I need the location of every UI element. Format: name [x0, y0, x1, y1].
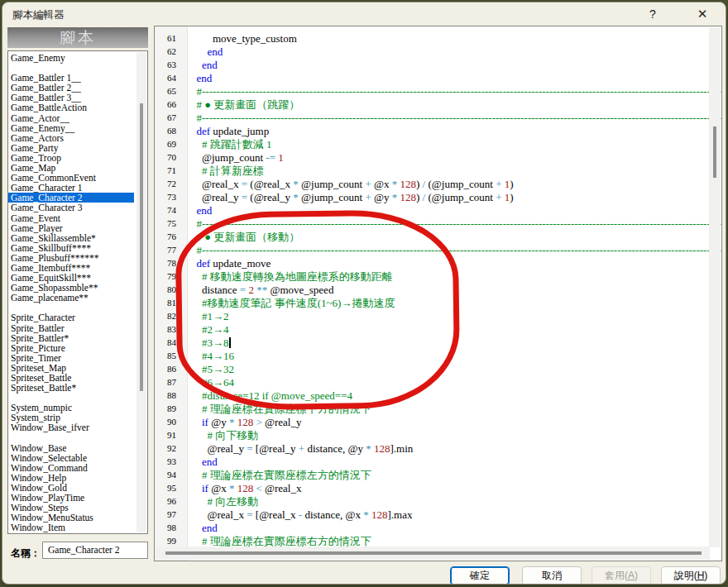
code-line[interactable]: 92 @real_y = [@real_y + distance, @y * 1… — [155, 441, 721, 455]
code-line[interactable]: 83 #2→4 — [155, 322, 721, 336]
code-line[interactable]: 96 # 向左移動 — [155, 494, 721, 508]
list-item[interactable]: Window_MenuStatus — [8, 513, 147, 523]
code-line[interactable]: 84 #3→8 — [155, 336, 721, 349]
list-item[interactable]: Game_Battler 2__ — [8, 83, 147, 93]
list-item[interactable]: Game_placename** — [8, 293, 147, 303]
list-item[interactable]: Game_Event — [8, 213, 147, 223]
code-line[interactable]: 98 end — [155, 521, 721, 534]
list-item[interactable]: Spriteset_Battle — [8, 373, 147, 383]
code-line[interactable]: 72 @real_x = (@real_x * @jump_count + @x… — [155, 177, 721, 190]
list-item[interactable]: Window_Base — [8, 443, 147, 453]
list-item[interactable]: Window_Help — [8, 473, 147, 483]
list-scrollbar[interactable] — [136, 52, 146, 532]
list-item[interactable]: Game_Actors — [8, 133, 147, 143]
code-line[interactable]: 78 def update_move — [155, 256, 721, 270]
vertical-scrollbar-thumb[interactable] — [713, 126, 716, 178]
list-item[interactable]: Game_Actor__ — [8, 113, 147, 123]
list-item[interactable]: Window_Gold — [8, 483, 147, 493]
list-item[interactable]: Game_Party — [8, 143, 147, 153]
list-item[interactable]: Window_PlayTime — [8, 493, 147, 503]
code-line[interactable]: 82 #1→2 — [155, 309, 721, 322]
list-item[interactable]: Game_Battler 1__ — [8, 73, 147, 83]
script-list[interactable]: Game_Enemy Game_Battler 1__Game_Battler … — [7, 50, 148, 534]
help-icon[interactable]: ? — [636, 2, 669, 26]
list-item[interactable]: System_strip — [8, 413, 147, 422]
list-scrollbar-thumb[interactable] — [140, 103, 143, 391]
code-line[interactable]: 93 end — [155, 455, 721, 468]
code-line[interactable]: 74 end — [155, 203, 721, 217]
list-item[interactable]: Sprite_Character — [8, 313, 147, 322]
cancel-button[interactable]: 取消 — [522, 566, 582, 585]
code-line[interactable]: 65 #------------------------------------… — [155, 84, 721, 98]
list-item[interactable]: Game_Shopassmble** — [8, 283, 147, 293]
list-item[interactable] — [8, 303, 147, 313]
help-button[interactable]: 說明(H) — [661, 566, 721, 585]
code-line[interactable]: 66 # ● 更新畫面（跳躍） — [155, 98, 721, 111]
code-line[interactable]: 99 # 理論座標在實際座標右方的情況下 — [155, 534, 721, 547]
code-line[interactable]: 87 #6→64 — [155, 375, 721, 389]
code-line[interactable]: 73 @real_y = (@real_y * @jump_count + @y… — [155, 190, 721, 203]
list-item[interactable]: Sprite_Battler — [8, 323, 147, 333]
code-line[interactable]: 81 #移動速度筆記 事件速度(1~6)→捲動速度 — [155, 296, 721, 309]
name-input[interactable]: Game_Character 2 — [42, 542, 148, 559]
list-item[interactable]: Game_Character 2 — [8, 193, 134, 203]
code-line[interactable]: 61 move_type_custom — [155, 31, 721, 45]
code-line[interactable]: 91 # 向下移動 — [155, 428, 721, 441]
list-item[interactable]: System_numpic — [8, 403, 147, 413]
list-item[interactable]: Window_Steps — [8, 503, 147, 513]
list-item[interactable]: Game_Skillbuff**** — [8, 243, 147, 253]
list-item[interactable]: Game_Battler 3__ — [8, 93, 147, 103]
list-item[interactable]: Window_Command — [8, 463, 147, 473]
code-line[interactable]: 75 #------------------------------------… — [155, 217, 721, 230]
code-line[interactable]: 62 end — [155, 45, 721, 58]
code-line[interactable]: 79 # 移動速度轉換為地圖座標系的移動距離 — [155, 270, 721, 283]
list-item[interactable]: Game_Enemy__ — [8, 123, 147, 133]
list-item[interactable]: Window_Base_ifver — [8, 422, 147, 432]
horizontal-scrollbar[interactable] — [156, 546, 710, 560]
code-line[interactable]: 63 end — [155, 58, 721, 71]
code-line[interactable]: 69 # 跳躍計數減 1 — [155, 137, 721, 150]
code-lines[interactable]: 61 move_type_custom62 end63 end64 end65 … — [155, 31, 721, 547]
list-item[interactable]: Game_BattleAction — [8, 103, 147, 112]
code-line[interactable]: 80 distance = 2 ** @move_speed — [155, 283, 721, 296]
code-line[interactable]: 67 #------------------------------------… — [155, 111, 721, 124]
list-item[interactable]: Game_CommonEvent — [8, 173, 147, 183]
code-line[interactable]: 89 # 理論座標在實際座標下方的情況下 — [155, 402, 721, 415]
code-line[interactable]: 76 # ● 更新畫面（移動） — [155, 230, 721, 243]
code-line[interactable]: 71 # 計算新座標 — [155, 164, 721, 177]
list-item[interactable]: Game_Enemy — [8, 53, 147, 63]
code-line[interactable]: 77 #------------------------------------… — [155, 243, 721, 256]
list-item[interactable]: Game_Character 3 — [8, 203, 147, 212]
vertical-scrollbar[interactable] — [709, 27, 721, 547]
list-item[interactable]: Game_Plusbuff****** — [8, 253, 147, 263]
list-item[interactable]: Sprite_Picture — [8, 343, 147, 353]
code-line[interactable]: 68 def update_jump — [155, 124, 721, 137]
ok-button[interactable]: 確定 — [450, 566, 510, 585]
list-item[interactable]: Window_Selectable — [8, 453, 147, 463]
code-line[interactable]: 95 if @x * 128 < @real_x — [155, 481, 721, 494]
list-item[interactable]: Spriteset_Map — [8, 363, 147, 373]
list-item[interactable]: Game_Skillassemble* — [8, 233, 147, 243]
list-item[interactable]: Sprite_Timer — [8, 353, 147, 363]
list-item[interactable]: Game_Player — [8, 223, 147, 233]
list-item[interactable]: Game_Map — [8, 163, 147, 173]
code-editor[interactable]: 61 move_type_custom62 end63 end64 end65 … — [154, 26, 722, 561]
close-icon[interactable]: ✕ — [686, 2, 719, 26]
code-line[interactable]: 94 # 理論座標在實際座標左方的情況下 — [155, 468, 721, 481]
code-line[interactable]: 70 @jump_count -= 1 — [155, 150, 721, 164]
list-item[interactable]: Game_Itembuff**** — [8, 263, 147, 273]
list-item[interactable]: Game_Character 1 — [8, 183, 147, 193]
code-line[interactable]: 90 if @y * 128 > @real_y — [155, 415, 721, 428]
code-line[interactable]: 97 @real_x = [@real_x - distance, @x * 1… — [155, 508, 721, 521]
list-item[interactable]: Window_Item — [8, 523, 147, 532]
code-line[interactable]: 85 #4→16 — [155, 349, 721, 362]
list-item[interactable] — [8, 63, 147, 73]
list-item[interactable]: Game_Troop — [8, 153, 147, 163]
list-item[interactable] — [8, 393, 147, 403]
list-item[interactable]: Spriteset_Battle* — [8, 383, 147, 393]
list-item[interactable]: Game_EquitSkill*** — [8, 273, 147, 283]
code-line[interactable]: 64 end — [155, 71, 721, 84]
code-line[interactable]: 86 #5→32 — [155, 362, 721, 375]
list-item[interactable] — [8, 433, 147, 443]
horizontal-scrollbar-thumb[interactable] — [165, 551, 702, 555]
